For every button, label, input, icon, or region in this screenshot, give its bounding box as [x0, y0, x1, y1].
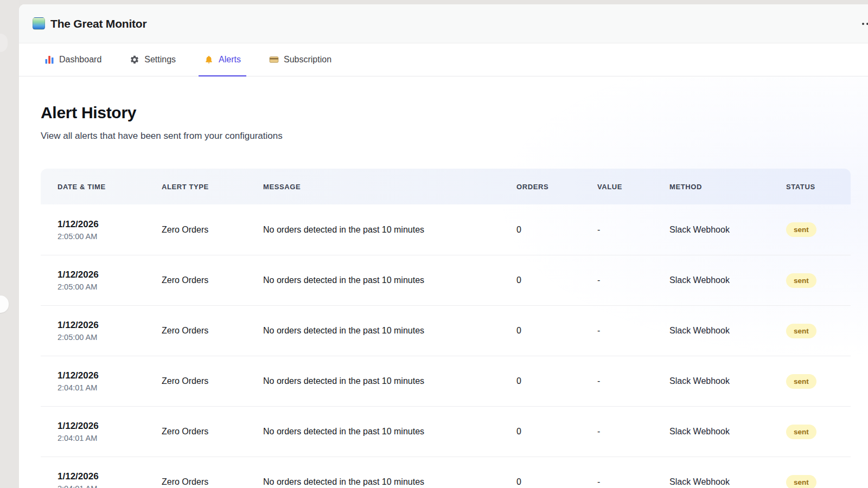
cell-orders: 0 — [516, 427, 597, 436]
cell-method: Slack Webhook — [669, 477, 786, 487]
alert-history-table: DATE & TIME ALERT TYPE MESSAGE ORDERS VA… — [41, 169, 851, 488]
row-time: 2:05:00 AM — [58, 232, 162, 241]
app-logo-icon — [33, 17, 45, 30]
cell-value: - — [597, 376, 669, 386]
cell-value: - — [597, 477, 669, 487]
table-row: 1/12/2026 2:05:00 AM Zero Orders No orde… — [41, 255, 851, 305]
col-header-value: VALUE — [597, 183, 669, 191]
cell-status: sent — [786, 222, 851, 237]
cell-alert-type: Zero Orders — [162, 275, 263, 285]
cell-orders: 0 — [516, 477, 597, 487]
tab-settings[interactable]: Settings — [124, 43, 181, 76]
row-time: 2:04:01 AM — [58, 383, 162, 392]
tab-subscription[interactable]: Subscription — [264, 43, 337, 76]
row-date: 1/12/2026 — [58, 421, 162, 432]
table-row: 1/12/2026 2:05:00 AM Zero Orders No orde… — [41, 204, 851, 255]
cell-status: sent — [786, 475, 851, 488]
table-row: 1/12/2026 2:04:01 AM Zero Orders No orde… — [41, 406, 851, 457]
cell-datetime: 1/12/2026 2:04:01 AM — [41, 471, 162, 488]
status-badge: sent — [786, 273, 816, 288]
tab-label: Alerts — [219, 55, 241, 65]
cell-status: sent — [786, 374, 851, 389]
cell-datetime: 1/12/2026 2:04:01 AM — [41, 370, 162, 392]
cell-message: No orders detected in the past 10 minute… — [263, 326, 516, 336]
cell-alert-type: Zero Orders — [162, 326, 263, 336]
credit-card-icon — [269, 55, 279, 65]
cell-value: - — [597, 326, 669, 336]
row-time: 2:05:00 AM — [58, 333, 162, 342]
row-time: 2:05:00 AM — [58, 282, 162, 291]
table-row: 1/12/2026 2:04:01 AM Zero Orders No orde… — [41, 356, 851, 406]
col-header-orders: ORDERS — [516, 183, 597, 191]
cell-status: sent — [786, 425, 851, 439]
col-header-alert-type: ALERT TYPE — [162, 183, 263, 191]
cell-orders: 0 — [516, 376, 597, 386]
status-badge: sent — [786, 374, 816, 389]
status-badge: sent — [786, 475, 816, 488]
app-window: The Great Monitor Dashboard — [19, 4, 868, 488]
cell-orders: 0 — [516, 225, 597, 235]
bar-chart-icon — [44, 55, 54, 65]
cell-alert-type: Zero Orders — [162, 376, 263, 386]
content: Alert History View all alerts that have … — [19, 76, 868, 488]
page-subtitle: View all alerts that have been sent from… — [41, 130, 868, 143]
screen: The Great Monitor Dashboard — [0, 0, 868, 488]
cell-alert-type: Zero Orders — [162, 427, 263, 436]
cell-status: sent — [786, 324, 851, 338]
cell-message: No orders detected in the past 10 minute… — [263, 427, 516, 436]
app-title: The Great Monitor — [50, 17, 146, 30]
page-title: Alert History — [41, 76, 868, 122]
col-header-status: STATUS — [786, 183, 851, 191]
cell-orders: 0 — [516, 275, 597, 285]
row-date: 1/12/2026 — [58, 320, 162, 331]
cell-value: - — [597, 275, 669, 285]
cell-value: - — [597, 225, 669, 235]
table-row: 1/12/2026 2:04:01 AM Zero Orders No orde… — [41, 457, 851, 488]
cell-datetime: 1/12/2026 2:05:00 AM — [41, 320, 162, 342]
tab-dashboard[interactable]: Dashboard — [39, 43, 107, 76]
tab-label: Subscription — [284, 55, 331, 65]
tab-label: Settings — [144, 55, 176, 65]
edge-tab — [0, 296, 9, 313]
cell-alert-type: Zero Orders — [162, 477, 263, 487]
bell-icon — [204, 55, 214, 65]
titlebar: The Great Monitor — [19, 4, 868, 43]
col-header-message: MESSAGE — [263, 183, 516, 191]
cell-datetime: 1/12/2026 2:05:00 AM — [41, 269, 162, 291]
row-date: 1/12/2026 — [58, 370, 162, 381]
table-body: 1/12/2026 2:05:00 AM Zero Orders No orde… — [41, 204, 851, 488]
desktop-edge-strip — [0, 0, 19, 488]
cell-method: Slack Webhook — [669, 427, 786, 436]
tab-alerts[interactable]: Alerts — [199, 43, 246, 76]
tab-bar: Dashboard Settings Alerts — [19, 43, 868, 76]
cell-method: Slack Webhook — [669, 376, 786, 386]
col-header-method: METHOD — [669, 183, 786, 191]
row-date: 1/12/2026 — [58, 219, 162, 230]
cell-value: - — [597, 427, 669, 436]
overflow-menu-icon[interactable] — [862, 23, 868, 25]
cell-method: Slack Webhook — [669, 225, 786, 235]
table-header-row: DATE & TIME ALERT TYPE MESSAGE ORDERS VA… — [41, 169, 851, 204]
row-date: 1/12/2026 — [58, 471, 162, 482]
cell-orders: 0 — [516, 326, 597, 336]
cell-datetime: 1/12/2026 2:04:01 AM — [41, 421, 162, 442]
cell-datetime: 1/12/2026 2:05:00 AM — [41, 219, 162, 241]
status-badge: sent — [786, 222, 816, 237]
table-row: 1/12/2026 2:05:00 AM Zero Orders No orde… — [41, 305, 851, 356]
cell-method: Slack Webhook — [669, 326, 786, 336]
cell-message: No orders detected in the past 10 minute… — [263, 275, 516, 285]
edge-tab-top — [0, 34, 8, 52]
cell-message: No orders detected in the past 10 minute… — [263, 225, 516, 235]
gear-icon — [130, 55, 139, 65]
cell-message: No orders detected in the past 10 minute… — [263, 376, 516, 386]
row-time: 2:04:01 AM — [58, 434, 162, 442]
cell-alert-type: Zero Orders — [162, 225, 263, 235]
cell-method: Slack Webhook — [669, 275, 786, 285]
status-badge: sent — [786, 324, 816, 338]
tab-label: Dashboard — [59, 55, 101, 65]
cell-status: sent — [786, 273, 851, 288]
col-header-datetime: DATE & TIME — [41, 183, 162, 191]
row-time: 2:04:01 AM — [58, 484, 162, 488]
status-badge: sent — [786, 425, 816, 439]
row-date: 1/12/2026 — [58, 269, 162, 280]
